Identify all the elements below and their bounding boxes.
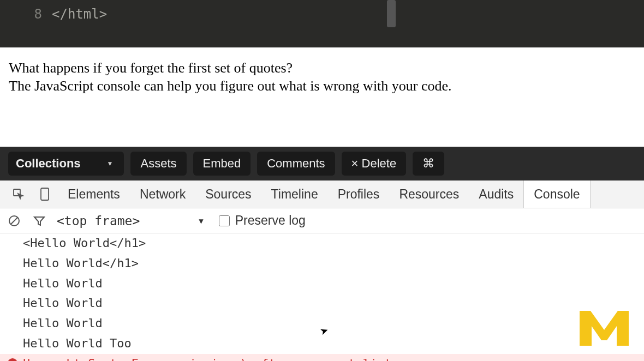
- tab-audits[interactable]: Audits: [469, 180, 523, 208]
- code-text: </html>: [52, 7, 107, 22]
- caret-down-icon: ▼: [199, 216, 203, 225]
- error-icon: ✕: [8, 358, 17, 361]
- svg-line-3: [11, 218, 17, 224]
- tab-resources[interactable]: Resources: [389, 180, 469, 208]
- michigan-logo: [580, 311, 629, 346]
- assets-button[interactable]: Assets: [130, 152, 186, 176]
- tab-timeline[interactable]: Timeline: [261, 180, 328, 208]
- preserve-log-input[interactable]: [219, 215, 230, 226]
- console-output[interactable]: <Hello World</h1> Hello World</h1> Hello…: [0, 233, 644, 361]
- tab-console[interactable]: Console: [523, 180, 590, 208]
- comments-button[interactable]: Comments: [257, 152, 335, 176]
- devtools-tabbar: Elements Network Sources Timeline Profil…: [0, 180, 644, 208]
- collections-dropdown[interactable]: Collections ▼: [8, 152, 124, 176]
- clear-console-icon[interactable]: [7, 213, 22, 228]
- preserve-log-checkbox[interactable]: Preserve log: [219, 213, 306, 228]
- console-line: Hello World: [0, 293, 644, 314]
- console-toolbar: <top frame> ▼ Preserve log: [0, 208, 644, 233]
- inspect-icon[interactable]: [11, 186, 26, 202]
- preserve-log-label: Preserve log: [235, 213, 306, 228]
- page-text-line1: What happens if you forget the first set…: [9, 59, 635, 77]
- line-number: 8: [0, 5, 42, 23]
- console-line: Hello World: [0, 274, 644, 294]
- delete-button[interactable]: × Delete: [342, 152, 407, 176]
- page-text-line2: The JavaScript console can help you figu…: [9, 77, 635, 95]
- tab-elements[interactable]: Elements: [58, 180, 130, 208]
- error-text: Uncaught SyntaxError: missing ) after ar…: [23, 357, 392, 361]
- device-icon[interactable]: [37, 186, 52, 202]
- console-line: Hello World</h1>: [0, 254, 644, 274]
- tab-network[interactable]: Network: [130, 180, 195, 208]
- svg-rect-1: [41, 188, 49, 200]
- code-editor[interactable]: 8 </html>: [0, 0, 644, 47]
- caret-down-icon: ▼: [107, 160, 114, 167]
- tab-sources[interactable]: Sources: [195, 180, 261, 208]
- rendered-page: What happens if you forget the first set…: [0, 47, 644, 147]
- frame-selector[interactable]: <top frame> ▼: [57, 214, 204, 228]
- code-gutter: 8: [0, 0, 52, 47]
- cmd-button[interactable]: ⌘: [413, 152, 444, 176]
- tab-profiles[interactable]: Profiles: [328, 180, 390, 208]
- scrollbar[interactable]: [387, 0, 396, 27]
- codepen-toolbar: Collections ▼ Assets Embed Comments × De…: [0, 147, 644, 180]
- frame-label: <top frame>: [57, 214, 140, 228]
- console-line: <Hello World</h1>: [0, 233, 644, 254]
- embed-button[interactable]: Embed: [193, 152, 251, 176]
- code-content[interactable]: </html>: [52, 0, 107, 47]
- console-error-line: ✕ Uncaught SyntaxError: missing ) after …: [0, 354, 644, 361]
- collections-label: Collections: [16, 157, 81, 171]
- filter-icon[interactable]: [32, 213, 47, 228]
